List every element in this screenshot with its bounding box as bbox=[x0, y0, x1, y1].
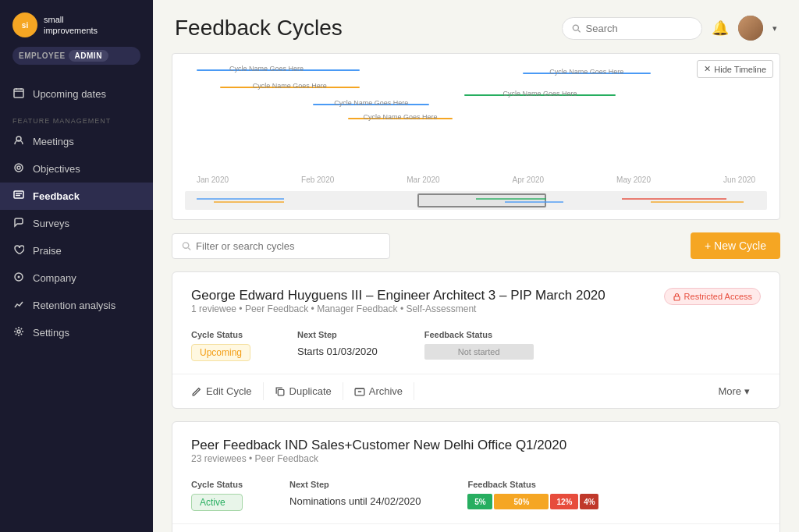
timeline-chart: Cycle Name Goes Here Cycle Name Goes Her… bbox=[185, 63, 767, 188]
sidebar-item-meetings[interactable]: Meetings bbox=[0, 128, 153, 155]
timeline-label: Cycle Name Goes Here bbox=[549, 68, 623, 76]
timeline-label: Cycle Name Goes Here bbox=[363, 113, 437, 121]
sidebar-label-surveys: Surveys bbox=[33, 218, 69, 229]
notification-bell[interactable]: 🔔 bbox=[712, 20, 729, 37]
month-label: Feb 2020 bbox=[301, 176, 334, 184]
retention-icon bbox=[12, 299, 25, 312]
feedback-icon bbox=[12, 190, 25, 203]
timeline-section: ✕ Hide Timeline Cycle Name Goes Here Cyc… bbox=[172, 53, 780, 220]
cycle-2-subtitle: 23 reviewees • Peer Feedback bbox=[191, 453, 566, 464]
cycle-card-1-header: George Edward Huyguens III – Engineer Ar… bbox=[191, 288, 761, 327]
svg-point-11 bbox=[18, 276, 20, 278]
logo-text: smallimprovements bbox=[44, 14, 98, 37]
more-action[interactable]: More ▾ bbox=[707, 382, 761, 400]
sidebar-label-feedback: Feedback bbox=[33, 190, 80, 202]
objectives-icon bbox=[12, 162, 25, 176]
search-box[interactable] bbox=[562, 17, 702, 40]
cycle-2-title: Peer Feedback IND Sales+Customer New Del… bbox=[191, 438, 566, 453]
cycle-status-label: Cycle Status bbox=[191, 330, 250, 339]
header-right: 🔔 ▾ bbox=[562, 16, 777, 41]
more-label: More bbox=[718, 385, 741, 397]
svg-rect-17 bbox=[674, 296, 680, 300]
cycle-1-next-step: Starts 01/03/2020 bbox=[297, 344, 378, 357]
chevron-down-icon: ▾ bbox=[744, 385, 750, 397]
sidebar-item-company[interactable]: Company bbox=[0, 264, 153, 292]
feedback-status-label: Feedback Status bbox=[424, 330, 534, 339]
duplicate-label: Duplicate bbox=[289, 385, 332, 397]
timeline-label: Cycle Name Goes Here bbox=[334, 99, 408, 107]
svg-rect-0 bbox=[14, 89, 23, 98]
surveys-icon bbox=[12, 217, 25, 230]
role-admin[interactable]: ADMIN bbox=[69, 50, 108, 62]
month-label: Apr 2020 bbox=[512, 176, 544, 184]
search-input[interactable] bbox=[586, 23, 692, 34]
cycle-1-subtitle: 1 reviewee • Peer Feedback • Manager Fee… bbox=[191, 303, 605, 314]
minimap-bar bbox=[197, 198, 284, 200]
sidebar-label-meetings: Meetings bbox=[33, 136, 74, 147]
logo-icon: si bbox=[12, 12, 37, 37]
edit-cycle-action[interactable]: Edit Cycle bbox=[191, 382, 264, 400]
sidebar-label-objectives: Objectives bbox=[33, 163, 80, 175]
avatar[interactable] bbox=[738, 16, 763, 41]
sidebar-item-upcoming-dates[interactable]: Upcoming dates bbox=[0, 80, 153, 108]
feedback-status-bars: 5% 50% 12% 4% bbox=[467, 494, 598, 509]
duplicate-action[interactable]: Duplicate bbox=[264, 382, 343, 400]
header: Feedback Cycles 🔔 ▾ bbox=[153, 0, 799, 53]
filter-search-input[interactable] bbox=[196, 240, 380, 252]
sidebar-item-feedback[interactable]: Feedback bbox=[0, 183, 153, 210]
sidebar-item-settings[interactable]: Settings bbox=[0, 319, 153, 346]
minimap-bar bbox=[651, 201, 744, 203]
sidebar-label-settings: Settings bbox=[33, 327, 69, 339]
settings-icon bbox=[12, 326, 25, 339]
svg-point-12 bbox=[17, 330, 20, 333]
page-title: Feedback Cycles bbox=[175, 16, 343, 41]
minimap-viewport[interactable] bbox=[417, 193, 545, 207]
praise-icon bbox=[12, 244, 25, 257]
restricted-badge: Restricted Access bbox=[664, 288, 761, 305]
minimap-bar bbox=[214, 201, 284, 203]
timeline-label: Cycle Name Goes Here bbox=[229, 65, 304, 73]
not-started-bar: Not started bbox=[424, 344, 534, 360]
role-employee[interactable]: EMPLOYEE bbox=[19, 51, 66, 60]
filter-input-box[interactable] bbox=[172, 233, 390, 259]
company-icon bbox=[12, 271, 25, 285]
cycle-2-footer: Edit Cycle Duplicate Archive More ▾ bbox=[172, 523, 779, 532]
sidebar-item-retention[interactable]: Retention analysis bbox=[0, 292, 153, 319]
month-label: Jan 2020 bbox=[197, 176, 229, 184]
sidebar-label-retention: Retention analysis bbox=[33, 300, 115, 311]
meetings-icon bbox=[12, 135, 25, 148]
svg-point-5 bbox=[15, 164, 23, 172]
cycle-2-status-label: Cycle Status bbox=[191, 480, 243, 489]
cycle-1-footer: Edit Cycle Duplicate Archive More ▾ bbox=[172, 374, 779, 408]
feature-management-label: FEATURE MANAGEMENT bbox=[0, 108, 153, 128]
month-label: Jun 2020 bbox=[723, 176, 755, 184]
edit-cycle-label: Edit Cycle bbox=[206, 385, 252, 397]
role-toggle[interactable]: EMPLOYEE ADMIN bbox=[12, 47, 140, 65]
feedback-status-item: Feedback Status Not started bbox=[424, 330, 534, 361]
month-label: Mar 2020 bbox=[407, 176, 439, 184]
sidebar-label-company: Company bbox=[33, 272, 76, 284]
svg-line-14 bbox=[578, 30, 581, 32]
cycle-1-title: George Edward Huyguens III – Engineer Ar… bbox=[191, 288, 605, 303]
filter-search-icon bbox=[182, 241, 191, 251]
filter-row: + New Cycle bbox=[172, 232, 780, 259]
archive-action[interactable]: Archive bbox=[343, 382, 414, 400]
new-cycle-button[interactable]: + New Cycle bbox=[691, 232, 780, 259]
svg-point-6 bbox=[17, 166, 20, 169]
sidebar-item-surveys[interactable]: Surveys bbox=[0, 210, 153, 237]
avatar-chevron[interactable]: ▾ bbox=[772, 23, 777, 34]
cycle-2-status-item: Cycle Status Active bbox=[191, 480, 243, 511]
timeline-label: Cycle Name Goes Here bbox=[503, 90, 577, 98]
main-content: Feedback Cycles 🔔 ▾ ✕ Hide Timeline Cycl… bbox=[153, 0, 799, 532]
cycle-status-item: Cycle Status Upcoming bbox=[191, 330, 250, 361]
cycle-2-next-step-item: Next Step Nominations until 24/02/2020 bbox=[289, 480, 421, 511]
minimap-bar bbox=[476, 198, 546, 200]
sidebar-item-objectives[interactable]: Objectives bbox=[0, 155, 153, 183]
cycle-card-1: George Edward Huyguens III – Engineer Ar… bbox=[172, 271, 780, 409]
cycle-2-feedback-status-label: Feedback Status bbox=[467, 480, 598, 489]
timeline-months: Jan 2020 Feb 2020 Mar 2020 Apr 2020 May … bbox=[185, 176, 767, 184]
sidebar-item-praise[interactable]: Praise bbox=[0, 237, 153, 264]
next-step-item: Next Step Starts 01/03/2020 bbox=[297, 330, 378, 361]
svg-line-16 bbox=[188, 247, 190, 250]
status-bar-red-2: 4% bbox=[580, 494, 598, 509]
